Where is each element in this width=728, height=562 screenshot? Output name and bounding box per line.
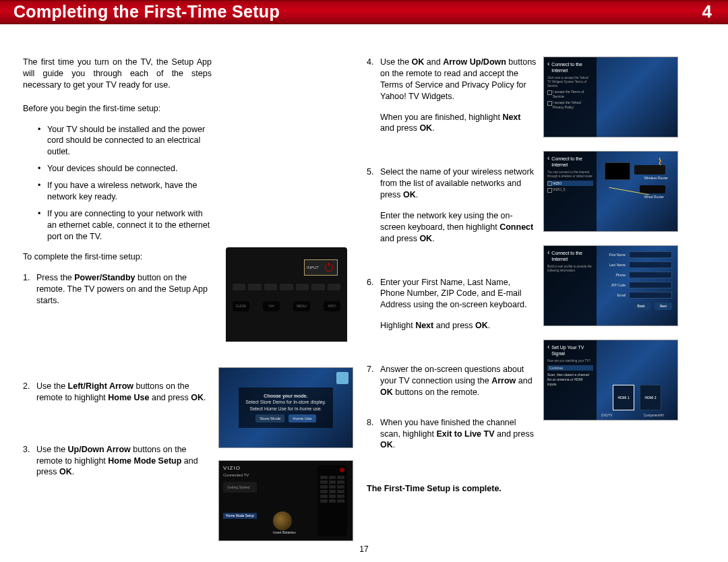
steps-list-right: Use the OK and Arrow Up/Down buttons on … [367, 57, 537, 451]
column-thumbnails: Connect to the Internet Click next to ac… [543, 57, 679, 541]
page-content: The first time you turn on the TV, the S… [0, 24, 728, 548]
checkbox-tos: I accept the Terms of Service [547, 90, 593, 99]
chapter-number: 4 [702, 1, 712, 22]
mode-title: Choose your mode. [245, 393, 326, 399]
last-name-field [629, 261, 672, 268]
back-button: Back [632, 303, 650, 310]
complete-label: To complete the first-time setup: [23, 251, 212, 263]
remote-guide-button: GUIDE [233, 301, 249, 311]
setup-complete-text: The First-Time Setup is complete. [367, 483, 537, 495]
step-4: Use the OK and Arrow Up/Down buttons on … [367, 57, 537, 134]
energy-star-icon [336, 372, 348, 384]
remote-via-button: VIA [263, 301, 280, 311]
remote-input-button: INPUT [305, 260, 321, 275]
brand-label: VIZIO [223, 465, 257, 472]
panel-title: Connect to the Internet [551, 156, 593, 168]
source-sub-label: DVD/TV [601, 414, 613, 418]
page-title: Completing the First-Time Setup [13, 2, 280, 22]
column-right-text: Use the OK and Arrow Up/Down buttons on … [367, 57, 537, 541]
phone-field [629, 272, 672, 278]
home-mode-setup-highlight: Home Mode Setup [223, 513, 257, 519]
column-left: The first time you turn on the TV, the S… [23, 57, 212, 541]
step-7: Answer the on-screen questions about you… [367, 364, 537, 398]
next-button: Next [655, 303, 672, 310]
list-item: Your devices should be connected. [23, 163, 212, 175]
batteries-label: Insert Batteries [273, 530, 296, 535]
menu-header: Getting Started [227, 485, 253, 490]
page-header: Completing the First-Time Setup 4 [0, 0, 728, 24]
source-sub-label: Component/AV [644, 414, 664, 418]
figure-mode-select: Choose your mode. Select Store Demo for … [218, 367, 353, 448]
prereq-list: Your TV should be installed and the powe… [23, 124, 212, 243]
zip-field [629, 282, 672, 288]
checkbox-privacy: I accept the Yahoo! Privacy Policy [547, 100, 593, 110]
list-item: If you are connecting to your network wi… [23, 208, 212, 243]
mode-line2: Select Home Use for in-home use. [245, 406, 326, 412]
figure-terms-of-service: Connect to the Internet Click next to ac… [543, 57, 678, 137]
network-option: VIZIO_5 [547, 187, 593, 192]
step-2: Use the Left/Right Arrow buttons on the … [23, 381, 212, 404]
before-label: Before you begin the first-time setup: [23, 103, 212, 115]
remote-mini-icon [317, 465, 347, 536]
wireless-router-label: Wireless Router [644, 176, 668, 181]
store-mode-button: Store Mode [255, 414, 284, 423]
wired-router-label: Wired Router [644, 195, 664, 199]
panel-title: Connect to the Internet [551, 61, 593, 74]
brand-sub: Connected TV [223, 472, 257, 478]
panel-title: Connect to the Internet [551, 250, 593, 263]
list-item: If you have a wireless network, have the… [23, 180, 212, 203]
panel-title: Set Up Your TV Signal [551, 344, 593, 357]
list-item: Your TV should be installed and the powe… [23, 124, 212, 158]
steps-list-left: Press the Power/Standby button on the re… [23, 272, 212, 478]
step-6: Enter your First Name, Last Name, Phone … [367, 277, 537, 332]
network-option: VIZIO [547, 181, 593, 187]
mode-line1: Select Store Demo for in-store display. [245, 399, 326, 405]
home-use-button: Home Use [289, 414, 315, 423]
intro-text: The first time you turn on the TV, the S… [23, 57, 212, 91]
column-figures-left: INPUT GUIDE VIA MENU INFO Choose your mo… [218, 57, 355, 541]
batteries-icon [273, 511, 292, 530]
figure-home-mode: VIZIO Connected TV Getting Started Home … [218, 460, 353, 541]
continue-option: Continue [547, 365, 593, 371]
step-5: Select the name of your wireless network… [367, 166, 537, 244]
page-number: 17 [359, 544, 368, 554]
source-hdmi2: HDMI 2 [640, 385, 661, 410]
power-icon [325, 263, 333, 272]
source-hdmi1: HDMI 1 [613, 385, 634, 410]
step-1: Press the Power/Standby button on the re… [23, 272, 212, 307]
figure-registration-form: Connect to the Internet Build a user pro… [543, 245, 678, 326]
first-name-field [629, 251, 672, 258]
step-3: Use the Up/Down Arrow buttons on the rem… [23, 444, 212, 478]
figure-remote: INPUT GUIDE VIA MENU INFO [226, 247, 347, 342]
remote-menu-button: MENU [293, 301, 310, 311]
remote-info-button: INFO [324, 301, 340, 311]
email-field [629, 292, 672, 299]
figure-network-select: Connect to the Internet You can connect … [543, 151, 678, 232]
step-8: When you have finished the channel scan,… [367, 417, 537, 451]
remote-power-button [321, 260, 337, 275]
figure-tv-signal: Set Up Your TV Signal How are you watchi… [543, 340, 678, 420]
